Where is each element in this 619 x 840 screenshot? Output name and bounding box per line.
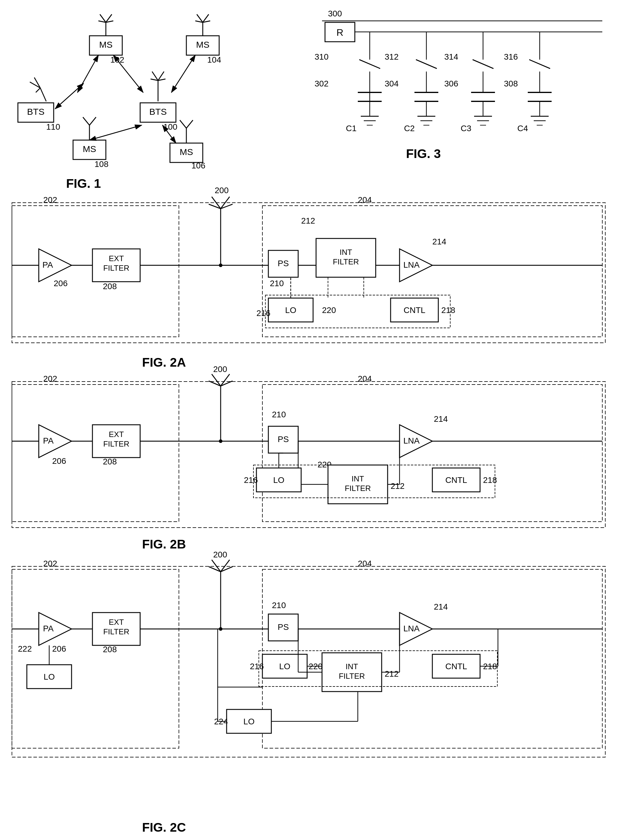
- fig2a-ref206: 206: [54, 279, 68, 288]
- fig2c-ref200: 200: [213, 550, 227, 559]
- fig2a-ref212: 212: [301, 216, 315, 225]
- fig2b-intfilter: FILTER: [345, 484, 371, 493]
- fig3-ref316: 316: [504, 52, 518, 61]
- ms106-ref: 106: [191, 161, 205, 170]
- ms104-ref: 104: [207, 55, 221, 64]
- bts110-label: BTS: [27, 107, 45, 116]
- fig2c-ref212: 212: [385, 669, 399, 679]
- fig2b-lo: LO: [273, 476, 284, 485]
- fig2c-lna: LNA: [404, 624, 420, 633]
- diagram-svg: BTS 110 BTS 100 MS 102 MS 104 MS 108: [0, 0, 619, 840]
- fig2a-ref204: 204: [358, 195, 372, 204]
- fig2a-ref214: 214: [432, 237, 446, 246]
- bts110-ref: 110: [46, 122, 60, 131]
- svg-line-58: [416, 60, 437, 69]
- fig2c-ps: PS: [278, 622, 289, 632]
- fig2b-ref202: 202: [43, 374, 57, 383]
- bts100-ref: 100: [163, 122, 177, 131]
- fig2b-filter: FILTER: [103, 439, 129, 448]
- svg-line-30: [172, 55, 195, 93]
- fig2c-ext: EXT: [109, 618, 124, 627]
- fig3-ref308: 308: [504, 79, 518, 88]
- fig2b-ref212: 212: [390, 481, 405, 491]
- fig3-ref310: 310: [315, 52, 329, 61]
- fig2a-intfilter: FILTER: [333, 257, 359, 266]
- svg-line-33: [90, 117, 96, 125]
- svg-line-38: [180, 120, 186, 128]
- fig2a-int: INT: [339, 248, 352, 257]
- fig2b-int: INT: [351, 474, 364, 483]
- ms108-label: MS: [83, 144, 96, 154]
- fig2b-ref216: 216: [244, 476, 258, 485]
- svg-line-22: [113, 55, 143, 93]
- fig2b-ref208: 208: [103, 457, 117, 466]
- fig2b-ps: PS: [278, 435, 289, 444]
- fig2b-ref204: 204: [358, 374, 372, 383]
- fig3-R: R: [336, 27, 343, 38]
- fig3-ref312: 312: [385, 52, 399, 61]
- fig2b-ref200: 200: [213, 364, 227, 374]
- fig2c-cntl: CNTL: [445, 662, 467, 671]
- fig2c-int: INT: [345, 662, 358, 671]
- fig2b-ext: EXT: [109, 430, 124, 439]
- fig2c-ref210: 210: [272, 601, 286, 610]
- fig2b-pa: PA: [43, 436, 54, 445]
- fig2c-lo-bottom: LO: [243, 717, 254, 726]
- fig2c-ref202: 202: [43, 559, 57, 568]
- fig2a-cntl: CNTL: [404, 306, 425, 315]
- svg-line-3: [36, 88, 40, 93]
- fig2c-label: FIG. 2C: [142, 820, 186, 834]
- fig2c-filter: FILTER: [103, 627, 129, 636]
- fig2c-ref216: 216: [250, 662, 264, 671]
- fig2a-ps: PS: [278, 259, 289, 268]
- fig2a-ref218: 218: [441, 306, 455, 315]
- fig2c-ref206: 206: [52, 644, 66, 653]
- fig1-label: FIG. 1: [66, 176, 101, 191]
- fig2c-ref214: 214: [434, 602, 448, 612]
- fig2a-ref202: 202: [43, 195, 57, 204]
- fig2c-ref204: 204: [358, 559, 372, 568]
- ms106-label: MS: [180, 147, 193, 157]
- svg-line-36: [90, 125, 142, 140]
- ms108-ref: 108: [94, 160, 109, 169]
- fig2a-pa: PA: [42, 260, 53, 270]
- fig3-c2: C2: [404, 124, 415, 133]
- fig2a-filter: FILTER: [103, 264, 129, 273]
- fig2b-label: FIG. 2B: [142, 537, 186, 551]
- fig2c-pa: PA: [43, 624, 54, 633]
- fig2b-cntl: CNTL: [445, 476, 467, 485]
- fig2a-ref216: 216: [256, 309, 271, 318]
- fig3-ref304: 304: [385, 79, 399, 88]
- svg-line-32: [83, 117, 90, 125]
- svg-line-67: [472, 60, 493, 69]
- fig3-c4: C4: [517, 124, 528, 133]
- fig2c-lo-mid: LO: [279, 662, 290, 671]
- svg-line-39: [186, 120, 193, 128]
- svg-line-20: [78, 55, 99, 93]
- fig3-ref302: 302: [315, 79, 329, 88]
- fig3-ref314: 314: [444, 52, 458, 61]
- svg-line-0: [40, 88, 46, 101]
- fig2a-ref200: 200: [215, 186, 229, 195]
- fig2a-lna: LNA: [404, 260, 420, 270]
- fig3-ref306: 306: [444, 79, 458, 88]
- fig2b-lna: LNA: [404, 436, 420, 445]
- fig2a-ref208: 208: [103, 282, 117, 291]
- ms104-label: MS: [196, 40, 209, 49]
- fig2a-ref220: 220: [322, 306, 336, 315]
- fig2b-ref206: 206: [52, 457, 66, 466]
- fig2a-ext: EXT: [109, 254, 124, 263]
- fig3-c3: C3: [461, 124, 471, 133]
- ms102-label: MS: [99, 40, 113, 49]
- fig2c-lo-left: LO: [43, 672, 55, 682]
- fig2a-ref210: 210: [270, 279, 284, 288]
- fig2b-ref214: 214: [434, 414, 448, 424]
- fig3-c1: C1: [346, 124, 357, 133]
- fig2c-ref208: 208: [103, 645, 117, 654]
- svg-line-76: [529, 60, 550, 69]
- fig2c-ref222: 222: [18, 644, 32, 653]
- page: BTS 110 BTS 100 MS 102 MS 104 MS 108: [0, 0, 619, 840]
- bts100-label: BTS: [150, 107, 167, 116]
- fig2c-intfilter: FILTER: [339, 671, 365, 680]
- fig2a-lo: LO: [285, 306, 296, 315]
